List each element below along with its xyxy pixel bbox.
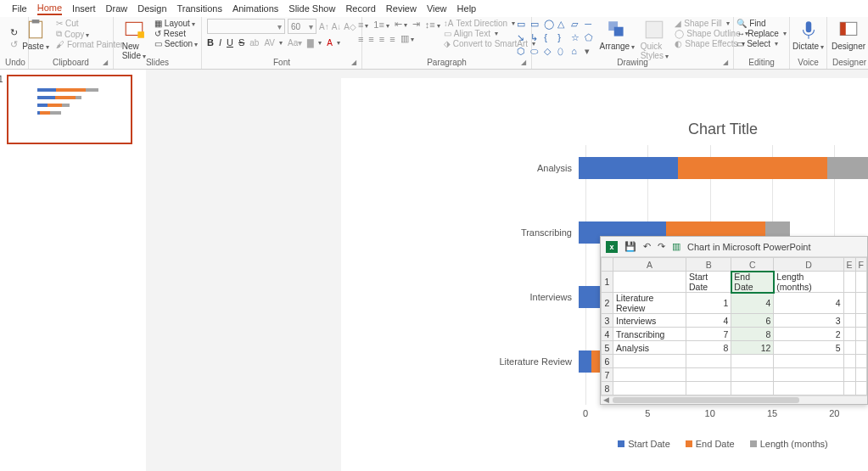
quick-styles-button[interactable]: Quick Styles — [637, 19, 671, 60]
category-label: Analysis — [485, 163, 579, 173]
svg-rect-3 — [137, 31, 144, 38]
increase-font-icon[interactable]: A↑ — [319, 22, 329, 31]
reset-button[interactable]: ↺Reset — [154, 29, 198, 38]
select-button[interactable]: ▭Select — [736, 39, 778, 48]
chart-legend[interactable]: Start DateEnd DateLength (months) — [485, 439, 868, 449]
menu-slide-show[interactable]: Slide Show — [288, 3, 335, 14]
x-tick: 20 — [829, 408, 839, 418]
x-tick: 0 — [583, 408, 588, 418]
legend-item[interactable]: End Date — [686, 439, 735, 449]
chart-title[interactable]: Chart Title — [485, 121, 868, 138]
strike-button[interactable]: S — [238, 37, 244, 48]
columns-button[interactable]: ▥ — [400, 33, 414, 44]
menu-file[interactable]: File — [12, 3, 27, 14]
redo-icon[interactable]: ↷ — [658, 241, 665, 252]
menu-bar: FileHomeInsertDrawDesignTransitionsAnima… — [0, 0, 868, 17]
horizontal-scrollbar[interactable]: ◀ — [601, 395, 867, 404]
char-spacing-button[interactable]: AV — [264, 38, 283, 48]
undo-icon[interactable]: ↶ — [643, 241, 651, 252]
x-tick: 15 — [767, 408, 777, 418]
svg-rect-1 — [32, 20, 40, 23]
find-button[interactable]: 🔍Find — [736, 19, 765, 28]
menu-animations[interactable]: Animations — [232, 3, 278, 14]
align-left-button[interactable]: ≡ — [358, 34, 363, 44]
undo-icon[interactable]: ↻ — [10, 27, 18, 38]
svg-rect-10 — [840, 22, 846, 35]
menu-help[interactable]: Help — [457, 3, 477, 14]
ribbon: ↻ ↺ Undo Paste ✂Cut ⧉Copy 🖌Format Painte… — [0, 17, 868, 70]
x-tick: 10 — [705, 408, 715, 418]
shapes-gallery[interactable]: ▭▭◯△▱─ ↘↳{}☆⬠ ⬡⬭◇⬯⌂▾ — [517, 19, 596, 58]
category-label: Literature Review — [485, 356, 579, 367]
italic-button[interactable]: I — [219, 37, 221, 48]
x-tick: 5 — [645, 408, 650, 418]
svg-rect-7 — [805, 21, 811, 32]
menu-review[interactable]: Review — [386, 3, 417, 14]
chart-data-window[interactable]: x 💾 ↶ ↷ ▥ Chart in Microsoft PowerPoint … — [600, 236, 868, 405]
category-label: Interviews — [485, 292, 579, 302]
replace-button[interactable]: ↔Replace — [736, 29, 787, 38]
bar-segment[interactable] — [579, 350, 591, 373]
clear-format-icon[interactable]: A◇ — [344, 22, 356, 31]
indent-inc-button[interactable]: ⇥ — [412, 19, 420, 30]
bullets-button[interactable]: ≡ — [358, 20, 368, 30]
slide-number: 1 — [0, 75, 3, 84]
designer-button[interactable]: Designer — [832, 19, 865, 51]
svg-rect-0 — [29, 21, 42, 38]
menu-view[interactable]: View — [427, 3, 447, 14]
justify-button[interactable]: ≡ — [389, 34, 395, 44]
group-undo-label: Undo — [5, 58, 23, 68]
indent-dec-button[interactable]: ⇤ — [395, 19, 407, 30]
align-right-button[interactable]: ≡ — [379, 34, 384, 44]
arrange-button[interactable]: Arrange — [600, 19, 634, 51]
change-case-button[interactable]: Aa▾ — [288, 38, 302, 48]
paste-button[interactable]: Paste — [19, 19, 53, 51]
bar-segment[interactable] — [579, 157, 678, 179]
numbering-button[interactable]: 1≡ — [373, 20, 389, 30]
dictate-button[interactable]: Dictate — [792, 19, 826, 51]
menu-design[interactable]: Design — [137, 3, 166, 14]
legend-item[interactable]: Start Date — [618, 439, 670, 449]
layout-button[interactable]: ▦Layout — [154, 19, 198, 28]
shadow-button[interactable]: ab — [249, 38, 259, 48]
underline-button[interactable]: U — [227, 37, 233, 48]
new-slide-button[interactable]: New Slide — [117, 19, 151, 60]
line-spacing-button[interactable]: ↕≡ — [425, 20, 440, 30]
redo-icon[interactable]: ↺ — [10, 39, 18, 50]
menu-record[interactable]: Record — [345, 3, 375, 14]
svg-rect-5 — [614, 27, 624, 36]
excel-icon: x — [606, 241, 618, 253]
data-window-title: Chart in Microsoft PowerPoint — [687, 242, 811, 252]
chart-icon: ▥ — [672, 241, 680, 252]
highlight-button[interactable]: ▇ — [307, 38, 322, 48]
slide-thumbnail-pane: 1 — [0, 70, 146, 471]
font-color-button[interactable]: A — [327, 38, 340, 48]
slide-thumbnail-1[interactable] — [7, 75, 132, 144]
menu-home[interactable]: Home — [37, 3, 62, 15]
menu-insert[interactable]: Insert — [72, 3, 96, 14]
spreadsheet[interactable]: ABCDEF1Start DateEnd DateLength (months)… — [601, 257, 867, 395]
font-family-combo[interactable]: ▾ — [207, 19, 285, 34]
align-center-button[interactable]: ≡ — [368, 34, 373, 44]
save-icon[interactable]: 💾 — [624, 241, 636, 252]
menu-draw[interactable]: Draw — [106, 3, 128, 14]
menu-transitions[interactable]: Transitions — [177, 3, 222, 14]
svg-rect-6 — [647, 21, 664, 38]
section-button[interactable]: ▭Section — [154, 39, 198, 48]
decrease-font-icon[interactable]: A↓ — [332, 22, 342, 31]
bar-segment[interactable] — [827, 157, 868, 179]
bold-button[interactable]: B — [207, 37, 214, 48]
category-label: Transcribing — [485, 227, 579, 238]
legend-item[interactable]: Length (months) — [750, 439, 828, 449]
bar-segment[interactable] — [678, 157, 827, 179]
font-size-combo[interactable]: 60▾ — [288, 19, 316, 34]
